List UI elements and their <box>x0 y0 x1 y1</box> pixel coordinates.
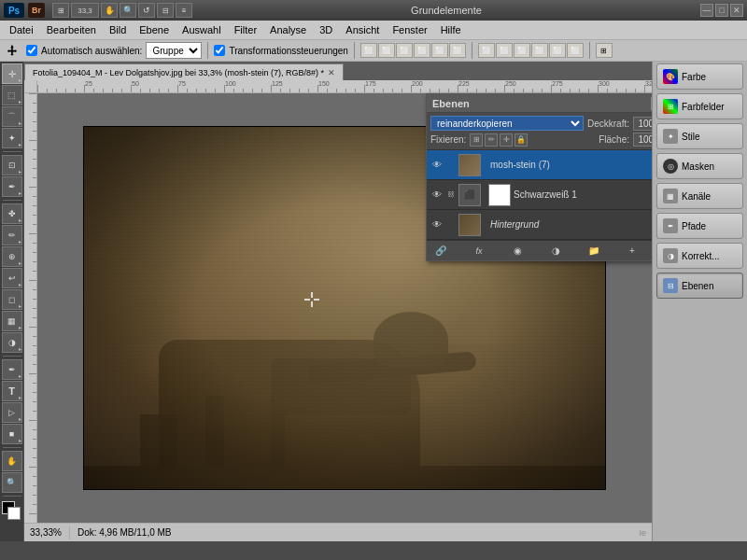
clone-stamp-tool[interactable]: ⊕ ▸ <box>2 246 22 267</box>
actual-canvas-area[interactable]: Ebenen « ≡ reinanderkopieren <box>37 93 652 523</box>
korrekt-icon: ◑ <box>663 248 678 263</box>
farbe-label: Farbe <box>682 72 706 82</box>
panel-ebenen-btn[interactable]: ⊟ Ebenen <box>656 273 743 299</box>
lock-image-btn[interactable]: ✏ <box>485 133 498 147</box>
panel-farbfelder-btn[interactable]: ⊞ Farbfelder <box>656 93 743 119</box>
align-bottom[interactable]: ⬜ <box>449 43 466 58</box>
type-tool[interactable]: T ▸ <box>2 381 22 401</box>
layers-collapse-btn[interactable]: « <box>651 97 652 110</box>
layer-3-name: Hintergrund <box>490 219 652 230</box>
brush-tool[interactable]: ✏ ▸ <box>2 225 22 245</box>
menu-fenster[interactable]: Fenster <box>387 23 432 36</box>
shape-tool[interactable]: ■ ▸ <box>2 424 22 444</box>
panel-kanaele-btn[interactable]: ▦ Kanäle <box>656 183 743 209</box>
layer-item-2[interactable]: 👁 ⛓ ⬛ Schwarzweiß 1 <box>427 180 652 210</box>
align-right[interactable]: ⬜ <box>396 43 413 58</box>
layer-1-visibility[interactable]: 👁 <box>430 159 444 172</box>
history-brush-tool[interactable]: ↩ ▸ <box>2 268 22 288</box>
canvas-tab[interactable]: Fotolia_109404_M - Lev Dolgatshjov.jpg b… <box>24 63 344 80</box>
layout-icon[interactable]: ⊟ <box>157 3 174 18</box>
dist-bottom[interactable]: ⬜ <box>567 43 584 58</box>
dist-center-h[interactable]: ⬜ <box>496 43 513 58</box>
close-btn[interactable]: ✕ <box>730 4 743 17</box>
layer-2-visibility[interactable]: 👁 <box>430 189 444 202</box>
align-center-v[interactable]: ⬜ <box>431 43 448 58</box>
layer-2-adjustment-thumb: ⬛ <box>458 184 481 206</box>
align-left[interactable]: ⬜ <box>360 43 377 58</box>
menu-datei[interactable]: Datei <box>4 23 39 36</box>
pen-tool[interactable]: ✒ ▸ <box>2 359 22 380</box>
hand-tool-icon[interactable]: ✋ <box>101 3 118 18</box>
path-select-tool[interactable]: ▷ ▸ <box>2 402 22 423</box>
opacity-value[interactable]: 100% <box>633 117 652 131</box>
dist-left[interactable]: ⬜ <box>478 43 495 58</box>
layer-fx-btn[interactable]: fx <box>471 244 487 259</box>
menu-bearbeiten[interactable]: Bearbeiten <box>41 23 102 36</box>
dodge-tool[interactable]: ◑ ▸ <box>2 332 22 353</box>
menu-filter[interactable]: Filter <box>229 23 262 36</box>
tool-sep-1 <box>3 151 21 152</box>
zoom-tool-icon[interactable]: 🔍 <box>120 3 136 18</box>
auto-select-checkbox[interactable] <box>26 45 37 56</box>
fill-value[interactable]: 100% <box>633 133 652 147</box>
menu-ebene[interactable]: Ebene <box>134 23 175 36</box>
eyedropper-tool[interactable]: ✒ ▸ <box>2 176 22 197</box>
panel-stile-btn[interactable]: ✦ Stile <box>656 123 743 149</box>
color-swatch[interactable] <box>2 501 22 522</box>
lock-all-btn[interactable]: 🔒 <box>514 133 528 147</box>
auto-align-btn[interactable]: ⊞ <box>596 43 613 58</box>
layer-2-name: Schwarzweiß 1 <box>514 189 652 200</box>
menu-auswahl[interactable]: Auswahl <box>176 23 227 36</box>
tab-close-btn[interactable]: ✕ <box>328 68 335 77</box>
transform-checkbox[interactable] <box>214 45 225 56</box>
layer-3-visibility[interactable]: 👁 <box>430 218 444 231</box>
dist-right[interactable]: ⬜ <box>514 43 530 58</box>
eraser-tool[interactable]: ◻ ▸ <box>2 289 22 310</box>
layer-link-btn[interactable]: 🔗 <box>432 244 449 259</box>
layer-item-3[interactable]: 👁 Hintergrund 🔒 <box>427 210 652 240</box>
gradient-tool[interactable]: ▦ ▸ <box>2 311 22 331</box>
panel-masken-btn[interactable]: ◎ Masken <box>656 153 743 179</box>
layer-group-btn[interactable]: 📁 <box>585 244 602 259</box>
layer-new-btn[interactable]: + <box>624 244 641 259</box>
minimize-btn[interactable]: — <box>700 4 713 17</box>
lock-icons: ⊞ ✏ ✛ 🔒 <box>470 133 528 147</box>
maximize-btn[interactable]: □ <box>715 4 728 17</box>
lock-transparent-btn[interactable]: ⊞ <box>470 133 483 147</box>
layer-adjustment-btn[interactable]: ◑ <box>547 244 564 259</box>
spot-heal-tool[interactable]: ✤ ▸ <box>2 203 22 224</box>
layer-item-1[interactable]: 👁 mosh-stein (7) <box>427 150 652 180</box>
watermark-text: Ie <box>639 528 646 538</box>
blend-mode-select[interactable]: reinanderkopieren <box>430 116 584 131</box>
dist-top[interactable]: ⬜ <box>531 43 548 58</box>
right-panel: 🎨 Farbe ⊞ Farbfelder ✦ Stile ◎ Masken ▦ … <box>652 62 747 541</box>
toolbar-icon-1[interactable]: ⊞ <box>52 3 69 18</box>
blend-mode-row: reinanderkopieren Deckkraft: 100% ▼ <box>430 116 652 131</box>
menu-ansicht[interactable]: Ansicht <box>340 23 385 36</box>
magic-wand-tool[interactable]: ✦ ▸ <box>2 128 22 148</box>
hand-tool-box[interactable]: ✋ <box>2 451 22 471</box>
menu-3d[interactable]: 3D <box>314 23 338 36</box>
align-center-h[interactable]: ⬜ <box>378 43 395 58</box>
auto-select-dropdown[interactable]: Gruppe <box>146 42 202 59</box>
settings-icon[interactable]: ≡ <box>176 3 192 18</box>
layer-mask-btn[interactable]: ◉ <box>509 244 526 259</box>
lock-position-btn[interactable]: ✛ <box>500 133 513 147</box>
dist-center-v[interactable]: ⬜ <box>549 43 566 58</box>
panel-korrekt-btn[interactable]: ◑ Korrekt... <box>656 243 743 269</box>
selection-tool[interactable]: ⬚ ▸ <box>2 85 22 105</box>
align-top[interactable]: ⬜ <box>414 43 430 58</box>
rotate-icon[interactable]: ↺ <box>138 3 155 18</box>
separator-1 <box>207 42 208 59</box>
menu-analyse[interactable]: Analyse <box>264 23 312 36</box>
crop-tool[interactable]: ⊡ ▸ <box>2 155 22 175</box>
menu-bild[interactable]: Bild <box>104 23 132 36</box>
zoom-tool-box[interactable]: 🔍 <box>2 472 22 493</box>
panel-farbe-btn[interactable]: 🎨 Farbe <box>656 63 743 90</box>
menu-hilfe[interactable]: Hilfe <box>435 23 467 36</box>
lasso-tool[interactable]: ⌒ ▸ <box>2 106 22 127</box>
move-tool[interactable]: ✛ ▸ <box>2 63 22 84</box>
ps-logo[interactable]: Ps <box>4 3 24 18</box>
panel-pfade-btn[interactable]: ✒ Pfade <box>656 213 743 239</box>
br-logo[interactable]: Br <box>28 3 45 18</box>
